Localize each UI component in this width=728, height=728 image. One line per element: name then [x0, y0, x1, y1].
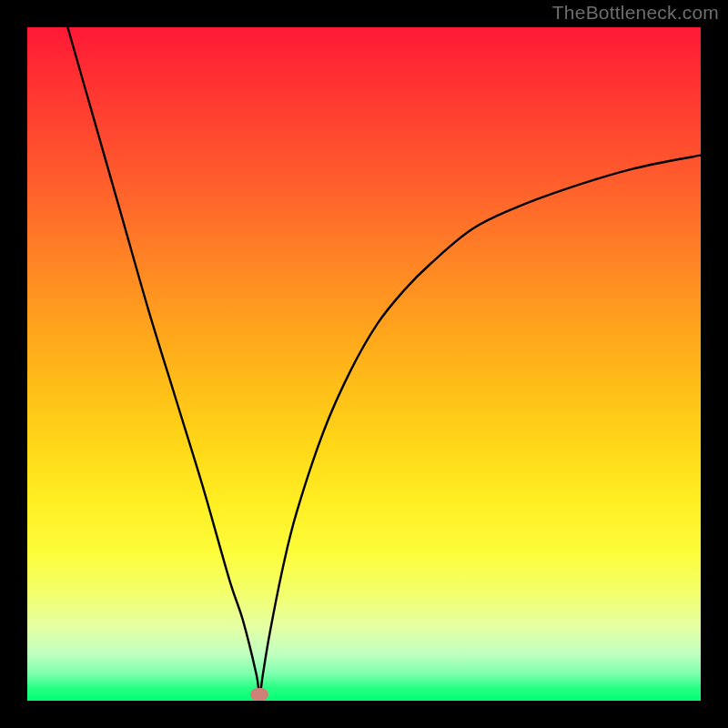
chart-canvas: TheBottleneck.com	[0, 0, 728, 728]
watermark-label: TheBottleneck.com	[552, 2, 719, 24]
optimum-marker	[250, 688, 268, 701]
bottleneck-curve	[27, 27, 701, 701]
plot-area	[27, 27, 701, 701]
